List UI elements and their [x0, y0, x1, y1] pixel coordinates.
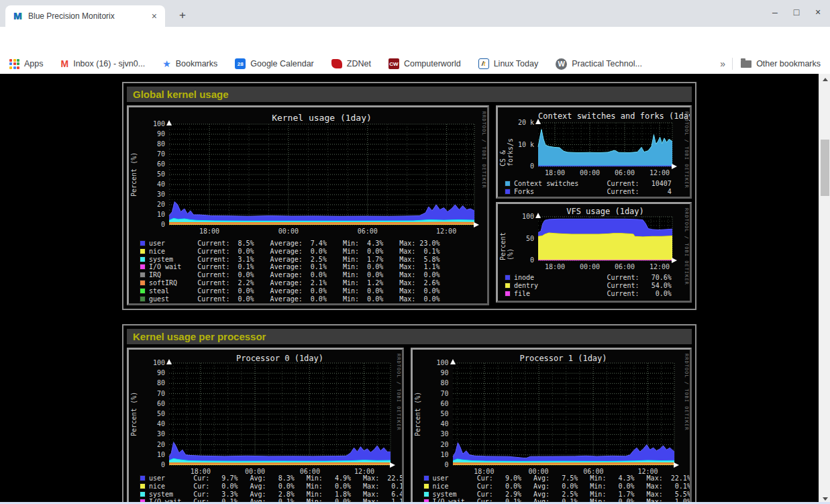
legend-row: Forks Current: 4 [505, 188, 672, 196]
legend-row: IRQ Current: 0.0% Average: 0.0% Min: 0.0… [140, 271, 439, 279]
bookmarks-divider [732, 58, 733, 70]
legend-swatch [140, 475, 146, 481]
vfs-usage-graph[interactable]: VFS usage (1day)Percent (%)05010018:0000… [496, 202, 692, 303]
close-window-icon[interactable]: × [813, 7, 823, 17]
chart-canvas [453, 363, 674, 465]
new-tab-button[interactable]: + [174, 8, 191, 24]
linux-today-icon: /t [478, 58, 489, 69]
chart-canvas [169, 363, 391, 465]
y-tick-label: 100 [511, 213, 534, 220]
y-tick-label: 10 [142, 211, 165, 218]
kernel-usage-graph[interactable]: Kernel usage (1day)Percent (%)0102030405… [127, 105, 489, 305]
x-tick-label: 12:00 [431, 228, 461, 235]
legend-row: inode Current: 70.6% [505, 274, 672, 282]
x-tick-label: 00:00 [575, 263, 605, 270]
chart-legend: user Cur: 9.7% Avg: 8.3% Min: 4.9% Max: … [140, 474, 404, 504]
chart-canvas [169, 124, 474, 225]
chart-title: VFS usage (1day) [538, 207, 672, 216]
section-title-global-kernel: Global kernel usage [127, 87, 692, 102]
legend-row: nice Current: 0.0% Average: 0.0% Min: 0.… [140, 248, 439, 256]
chart-legend: user Cur: 9.0% Avg: 7.5% Min: 4.3% Max: … [423, 474, 691, 504]
y-tick-label: 60 [142, 400, 165, 407]
legend-row: Context switches Current: 10407 [505, 180, 672, 188]
series-dentry [538, 233, 672, 260]
y-tick-label: 30 [426, 430, 449, 438]
tab-close-icon[interactable]: × [149, 11, 160, 21]
legend-swatch [140, 483, 146, 489]
legend-swatch [140, 256, 146, 262]
bookmark-google-calendar[interactable]: 28 Google Calendar [235, 58, 314, 69]
processor0-graph[interactable]: Processor 0 (1day)Percent (%)01020304050… [127, 348, 404, 504]
x-axis-arrow-icon [672, 258, 677, 263]
section-kernel-per-processor: Kernel usage per processor Processor 0 (… [122, 324, 696, 504]
wordpress-icon: W [556, 58, 567, 70]
legend-swatch [505, 283, 511, 289]
y-tick-label: 70 [142, 390, 165, 397]
bookmark-zdnet[interactable]: ZDNet [331, 59, 371, 68]
chart-title: Context switches and forks (1day) [538, 111, 672, 121]
y-tick-label: 50 [426, 410, 449, 417]
section-title-kernel-per-processor: Kernel usage per processor [127, 329, 692, 344]
page-viewport: Global kernel usage Kernel usage (1day)P… [0, 74, 819, 504]
y-tick-label: 90 [426, 369, 449, 376]
context-switches-graph[interactable]: Context switches and forks (1day)CS & fo… [496, 105, 692, 199]
y-tick-label: 100 [142, 120, 165, 128]
legend-row: steal Current: 0.0% Average: 0.0% Min: 0… [140, 287, 439, 295]
legend-swatch [505, 189, 511, 195]
y-tick-label: 50 [142, 170, 165, 178]
y-tick-label: 20 k [511, 119, 534, 126]
x-axis-arrow-icon [674, 462, 679, 468]
y-axis-label: Percent (%) [130, 124, 138, 225]
bookmarks-overflow-icon[interactable]: » [720, 58, 725, 69]
x-axis-arrow-icon [672, 164, 677, 169]
legend-swatch [140, 491, 146, 497]
maximize-icon[interactable]: □ [791, 7, 802, 17]
legend-row: softIRQ Current: 2.2% Average: 2.1% Min:… [140, 279, 439, 287]
x-tick-label: 12:00 [645, 169, 674, 177]
y-tick-label: 0 [511, 256, 534, 264]
section-global-kernel: Global kernel usage Kernel usage (1day)P… [122, 82, 696, 310]
legend-row: dentry Current: 54.0% [505, 282, 672, 290]
x-tick-label: 18:00 [540, 169, 570, 177]
rrdtool-watermark: RRDTOOL / TOBI OETIKER [684, 111, 689, 189]
bookmark-practical-technology[interactable]: W Practical Technol... [556, 58, 642, 70]
x-tick-label: 18:00 [540, 263, 570, 270]
x-tick-label: 12:00 [645, 263, 674, 270]
legend-swatch [505, 274, 511, 281]
tab-monitorix[interactable]: M Blue Precision Monitorix × [5, 5, 165, 27]
y-tick-label: 0 [142, 221, 165, 228]
tab-strip: M Blue Precision Monitorix × + – □ × [0, 0, 830, 27]
other-bookmarks[interactable]: Other bookmarks [741, 59, 821, 68]
bookmark-bookmarks[interactable]: ★ Bookmarks [162, 58, 217, 69]
legend-swatch [140, 296, 146, 302]
bookmark-linux-today[interactable]: /t Linux Today [478, 58, 539, 69]
legend-row: I/O wait Current: 0.1% Average: 0.1% Min… [140, 263, 439, 271]
legend-swatch [505, 181, 511, 187]
bookmark-inbox[interactable]: M Inbox (16) - sjvn0... [61, 58, 146, 69]
legend-row: system Current: 3.1% Average: 2.5% Min: … [140, 256, 439, 264]
vertical-scrollbar[interactable] [819, 74, 830, 504]
browser-toolbar: ← → ↻ ⌂ ⓘ localhost:8080/monitorix-cgi/m… [0, 27, 830, 54]
bookmark-computerworld[interactable]: CW Computerworld [388, 58, 461, 69]
gmail-icon: M [61, 58, 69, 69]
y-tick-label: 0 [426, 461, 449, 468]
chart-title: Processor 1 (1day) [453, 354, 674, 363]
y-tick-label: 40 [142, 420, 165, 427]
legend-row: system Cur: 2.9% Avg: 2.5% Min: 1.7% Max… [423, 491, 691, 499]
y-tick-label: 40 [142, 181, 165, 188]
minimize-icon[interactable]: – [770, 7, 780, 17]
legend-swatch [140, 248, 146, 254]
y-tick-label: 10 k [511, 141, 534, 148]
monitorix-content: Global kernel usage Kernel usage (1day)P… [122, 82, 696, 504]
legend-row: user Current: 8.5% Average: 7.4% Min: 4.… [140, 240, 439, 248]
scroll-up-icon[interactable] [819, 74, 830, 85]
processor1-graph[interactable]: Processor 1 (1day)Percent (%)01020304050… [411, 348, 692, 504]
chart-legend: user Current: 8.5% Average: 7.4% Min: 4.… [140, 240, 439, 303]
y-tick-label: 40 [426, 420, 449, 427]
y-tick-label: 50 [142, 410, 165, 417]
scrollbar-thumb[interactable] [821, 140, 829, 196]
x-tick-label: 06:00 [353, 228, 382, 235]
apps-shortcut[interactable]: Apps [9, 59, 44, 69]
legend-row: system Cur: 3.3% Avg: 2.8% Min: 1.8% Max… [140, 491, 404, 499]
x-tick-label: 00:00 [274, 228, 303, 235]
